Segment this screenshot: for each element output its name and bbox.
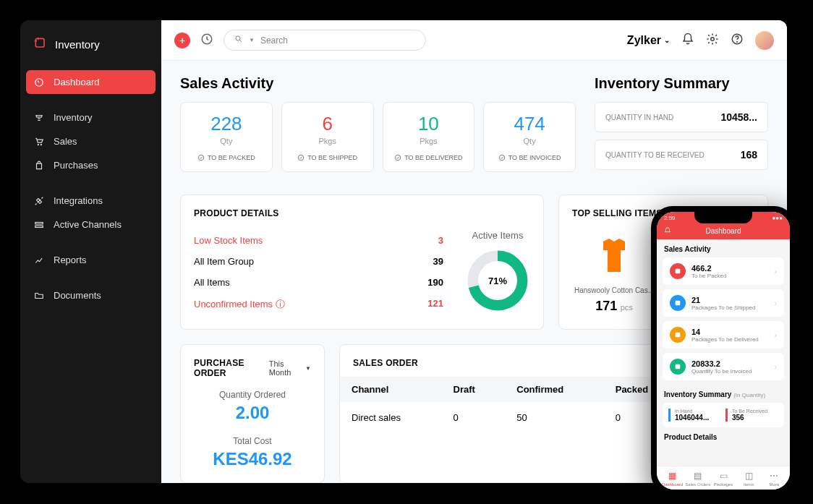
svg-rect-18 [676, 301, 681, 306]
stat-value: 6 [288, 113, 367, 135]
svg-rect-0 [35, 38, 44, 47]
search-dropdown-icon: ▼ [249, 37, 255, 43]
phone-tab-items[interactable]: ◫Items [736, 471, 762, 487]
phone-card-icon [670, 295, 686, 311]
svg-point-13 [395, 155, 401, 161]
phone-tab-sales-orders[interactable]: ▤Sales Orders [685, 471, 710, 487]
phone-time: 2:59 [664, 215, 676, 221]
purchase-order-panel: PURCHASE ORDER This Month ▼ Quantity Ord… [180, 344, 325, 483]
phone-inv-summary-title: Inventory Summary (In Quantity) [657, 385, 790, 403]
stat-label: TO BE DELIVERED [389, 154, 469, 161]
inv-label: QUANTITY IN HAND [605, 114, 673, 121]
top-selling-item[interactable]: Hanswooly Cotton Cas...171 pcs [572, 230, 656, 314]
stat-value: 10 [389, 113, 469, 135]
add-button[interactable]: + [174, 33, 190, 48]
svg-point-12 [298, 155, 304, 161]
product-detail-row[interactable]: All Item Group39 [194, 251, 443, 272]
phone-activity-card[interactable]: 21Packages To be Shipped› [663, 289, 784, 317]
phone-tab-icon: ▦ [660, 471, 685, 481]
product-name: Hanswooly Cotton Cas... [572, 286, 656, 294]
top-selling-title: TOP SELLING ITEMS [572, 208, 663, 218]
stat-card-to-be-packed[interactable]: 228QtyTO BE PACKED [180, 102, 273, 172]
phone-tab-icon: ⋯ [762, 471, 787, 481]
phone-card-icon [670, 359, 686, 375]
search-input[interactable]: ▼ Search [224, 30, 426, 51]
sidebar-item-integrations[interactable]: Integrations [20, 189, 161, 213]
sidebar-item-dashboard[interactable]: Dashboard [26, 70, 156, 94]
stat-card-to-be-shipped[interactable]: 6PkgsTO BE SHIPPED [281, 102, 374, 172]
inv-summary-row: QUANTITY IN HAND10458... [595, 102, 768, 132]
phone-tab-packages[interactable]: ▭Packages [710, 471, 736, 487]
main-nav: DashboardInventorySalesPurchasesIntegrat… [20, 70, 161, 317]
gear-icon[interactable] [706, 33, 719, 48]
stat-unit: Qty [187, 137, 266, 145]
stat-value: 228 [187, 113, 266, 135]
svg-point-8 [711, 37, 715, 40]
folder-icon [33, 291, 45, 301]
phone-card-icon [670, 263, 686, 279]
bell-icon[interactable] [681, 33, 694, 48]
table-cell: 50 [505, 402, 603, 433]
stat-card-to-be-invoiced[interactable]: 474QtyTO BE INVOICED [483, 102, 576, 172]
nav-label: Integrations [54, 195, 103, 206]
pd-label: All Item Group [194, 256, 254, 267]
user-avatar[interactable] [755, 31, 774, 50]
stat-label: TO BE PACKED [187, 154, 266, 161]
po-qty-label: Quantity Ordered [194, 390, 311, 400]
svg-point-14 [499, 155, 505, 161]
app-name: Inventory [55, 38, 100, 51]
org-name: Zylker [627, 34, 661, 47]
sidebar-item-inventory[interactable]: Inventory [20, 106, 161, 129]
phone-activity-card[interactable]: 20833.2Quantity To be Invoiced› [663, 353, 784, 380]
phone-tab-dashboard[interactable]: ▦Dashboard [660, 471, 685, 487]
donut-percent: 71% [488, 276, 507, 286]
phone-tab-more[interactable]: ⋯More [762, 471, 787, 487]
table-header: Draft [442, 377, 506, 402]
nav-label: Sales [54, 136, 77, 147]
mobile-preview: 2:59 ●●● Dashboard Sales Activity 466.2T… [651, 206, 796, 495]
purchase-order-period-label: This Month [269, 359, 302, 377]
purchase-order-title: PURCHASE ORDER [194, 358, 269, 378]
phone-bell-icon[interactable] [664, 227, 671, 236]
product-detail-row[interactable]: Unconfirmed Items ⓘ121 [194, 293, 443, 316]
stat-unit: Pkgs [288, 137, 367, 145]
phone-inv-label: To Be Received [732, 409, 778, 414]
phone-inv-label: In Hand [675, 409, 721, 414]
phone-card-value: 20833.2 [691, 359, 769, 368]
phone-activity-card[interactable]: 466.2To be Packed› [663, 257, 784, 285]
product-detail-row[interactable]: Low Stock Items3 [194, 230, 443, 251]
sidebar-item-documents[interactable]: Documents [20, 283, 161, 307]
org-switcher[interactable]: Zylker ⌄ [627, 34, 670, 47]
product-detail-row[interactable]: All Items190 [194, 272, 443, 293]
inv-value: 168 [741, 149, 757, 161]
topbar: + ▼ Search Zylker ⌄ [161, 20, 787, 61]
phone-card-label: Quantity To be Invoiced [691, 368, 769, 375]
history-icon[interactable] [200, 33, 213, 48]
phone-tab-icon: ▤ [685, 471, 710, 481]
sidebar-item-reports[interactable]: Reports [20, 248, 161, 272]
sidebar-item-active-channels[interactable]: Active Channels [20, 213, 161, 236]
stat-unit: Pkgs [389, 137, 469, 145]
nav-label: Documents [54, 290, 101, 301]
sidebar: Inventory DashboardInventorySalesPurchas… [20, 20, 161, 483]
nav-label: Reports [54, 255, 87, 265]
phone-activity-card[interactable]: 14Packages To be Delivered› [663, 321, 784, 349]
purchase-order-period-dropdown[interactable]: This Month ▼ [269, 359, 311, 377]
phone-tab-icon: ▭ [710, 471, 736, 481]
phone-signal-icon: ●●● [772, 215, 783, 221]
active-items-chart: Active Items 71% [465, 230, 530, 316]
stat-card-to-be-delivered[interactable]: 10PkgsTO BE DELIVERED [383, 102, 475, 172]
cart-icon [33, 137, 45, 147]
product-image [572, 230, 656, 281]
chan-icon [33, 220, 45, 230]
help-icon[interactable] [731, 33, 744, 48]
sidebar-item-sales[interactable]: Sales [20, 129, 161, 153]
plug-icon [33, 196, 45, 206]
phone-inv-value: 356 [732, 414, 778, 422]
pd-label: Low Stock Items [194, 235, 263, 246]
product-qty: 171 pcs [572, 299, 656, 314]
nav-label: Inventory [54, 112, 92, 123]
phone-tabbar: ▦Dashboard▤Sales Orders▭Packages◫Items⋯M… [657, 466, 790, 490]
phone-card-value: 14 [691, 328, 769, 336]
sidebar-item-purchases[interactable]: Purchases [20, 153, 161, 177]
